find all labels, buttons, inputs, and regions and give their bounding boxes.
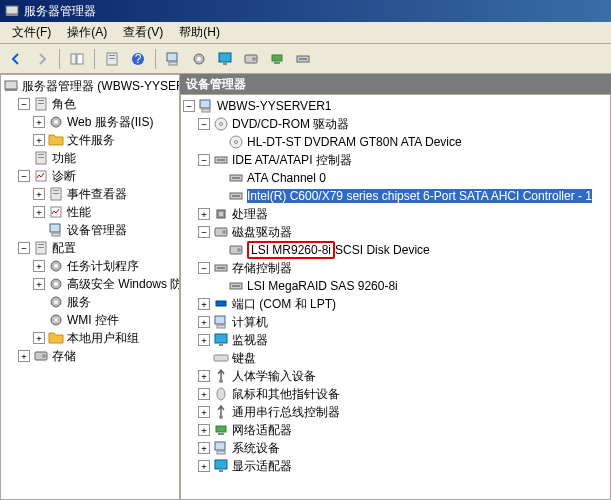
node-services[interactable]: 服务 [3,293,177,311]
dev-display-category[interactable]: +显示适配器 [183,457,608,475]
root-server-manager[interactable]: 服务器管理器 (WBWS-YYSERVER1 [3,77,177,95]
tb-btn-1[interactable] [187,47,211,71]
tb-btn-5[interactable] [291,47,315,71]
expand-icon[interactable]: + [198,406,210,418]
node-firewall[interactable]: +高级安全 Windows 防火墙 [3,275,177,293]
node-event-viewer[interactable]: +事件查看器 [3,185,177,203]
storage-ctrl-icon [228,278,244,294]
expand-icon[interactable]: + [33,260,45,272]
dev-intel-ahci[interactable]: Intel(R) C600/X79 series chipset 6-Port … [183,187,608,205]
dev-cpu-category[interactable]: +处理器 [183,205,608,223]
expand-icon[interactable]: + [198,334,210,346]
dev-computer-category[interactable]: +计算机 [183,313,608,331]
expand-icon[interactable]: + [198,442,210,454]
dev-hid-category[interactable]: +人体学输入设备 [183,367,608,385]
dev-lsi-disk[interactable]: LSI MR9260-8i SCSI Disk Device [183,241,608,259]
dev-mouse-category[interactable]: +鼠标和其他指针设备 [183,385,608,403]
system-icon [213,440,229,456]
device-manager-icon [48,222,64,238]
dev-storage-ctrl-category[interactable]: −存储控制器 [183,259,608,277]
dev-dvd-device[interactable]: HL-DT-ST DVDRAM GT80N ATA Device [183,133,608,151]
node-file-service[interactable]: +文件服务 [3,131,177,149]
expand-icon[interactable]: + [33,332,45,344]
node-local-users[interactable]: +本地用户和组 [3,329,177,347]
show-hide-button[interactable] [65,47,89,71]
menu-help[interactable]: 帮助(H) [171,22,228,43]
expand-icon[interactable]: + [198,388,210,400]
iis-icon [48,114,64,130]
collapse-icon[interactable]: − [198,262,210,274]
expand-icon[interactable]: + [198,460,210,472]
dev-ide-category[interactable]: −IDE ATA/ATAPI 控制器 [183,151,608,169]
node-task-scheduler[interactable]: +任务计划程序 [3,257,177,275]
expand-icon[interactable]: + [198,298,210,310]
file-service-icon [48,132,64,148]
port-icon [213,296,229,312]
dvd-icon [228,134,244,150]
computer-icon [213,314,229,330]
menu-file[interactable]: 文件(F) [4,22,59,43]
back-button[interactable] [4,47,28,71]
tb-btn-2[interactable] [213,47,237,71]
dev-dvd-category[interactable]: −DVD/CD-ROM 驱动器 [183,115,608,133]
collapse-icon[interactable]: − [198,226,210,238]
collapse-icon[interactable]: − [18,98,30,110]
node-roles[interactable]: −角色 [3,95,177,113]
ide-icon [228,170,244,186]
svg-text:?: ? [135,52,142,66]
services-icon [48,294,64,310]
svg-rect-26 [71,54,76,64]
node-performance[interactable]: +性能 [3,203,177,221]
dev-keyboard-category[interactable]: 键盘 [183,349,608,367]
dev-computer-root[interactable]: −WBWS-YYSERVER1 [183,97,608,115]
help-button[interactable]: ? [126,47,150,71]
collapse-icon[interactable]: − [198,154,210,166]
menu-action[interactable]: 操作(A) [59,22,115,43]
dev-ports-category[interactable]: +端口 (COM 和 LPT) [183,295,608,313]
collapse-icon[interactable]: − [18,170,30,182]
node-device-manager[interactable]: 设备管理器 [3,221,177,239]
dev-monitor-category[interactable]: +监视器 [183,331,608,349]
node-diagnostics[interactable]: −诊断 [3,167,177,185]
dev-usb-category[interactable]: +通用串行总线控制器 [183,403,608,421]
expand-icon[interactable]: + [198,316,210,328]
expand-icon[interactable]: + [33,188,45,200]
tb-btn-4[interactable] [265,47,289,71]
expand-icon[interactable]: + [198,370,210,382]
roles-icon [33,96,49,112]
right-panel-header: 设备管理器 [180,74,611,94]
mouse-icon [213,386,229,402]
node-configuration[interactable]: −配置 [3,239,177,257]
collapse-icon[interactable]: − [198,118,210,130]
expand-icon[interactable]: + [33,134,45,146]
dev-disk-category[interactable]: −磁盘驱动器 [183,223,608,241]
diagnostics-icon [33,168,49,184]
expand-icon[interactable]: + [33,278,45,290]
expand-icon[interactable]: + [198,208,210,220]
node-storage[interactable]: +存储 [3,347,177,365]
monitor-icon [213,332,229,348]
node-web-iis[interactable]: +Web 服务器(IIS) [3,113,177,131]
users-icon [48,330,64,346]
tb-btn-3[interactable] [239,47,263,71]
disk-icon [213,224,229,240]
device-tree-panel: −WBWS-YYSERVER1 −DVD/CD-ROM 驱动器 HL-DT-ST… [180,94,611,500]
dev-network-category[interactable]: +网络适配器 [183,421,608,439]
dev-lsi-raid[interactable]: LSI MegaRAID SAS 9260-8i [183,277,608,295]
configuration-icon [33,240,49,256]
forward-button[interactable] [30,47,54,71]
dev-system-category[interactable]: +系统设备 [183,439,608,457]
dev-ata-channel[interactable]: ATA Channel 0 [183,169,608,187]
node-features[interactable]: 功能 [3,149,177,167]
node-wmi[interactable]: WMI 控件 [3,311,177,329]
expand-icon[interactable]: + [198,424,210,436]
scan-button[interactable] [161,47,185,71]
properties-button[interactable] [100,47,124,71]
expand-icon[interactable]: + [33,206,45,218]
menu-view[interactable]: 查看(V) [115,22,171,43]
expand-icon[interactable]: + [18,350,30,362]
collapse-icon[interactable]: − [18,242,30,254]
storage-ctrl-icon [213,260,229,276]
expand-icon[interactable]: + [33,116,45,128]
collapse-icon[interactable]: − [183,100,195,112]
